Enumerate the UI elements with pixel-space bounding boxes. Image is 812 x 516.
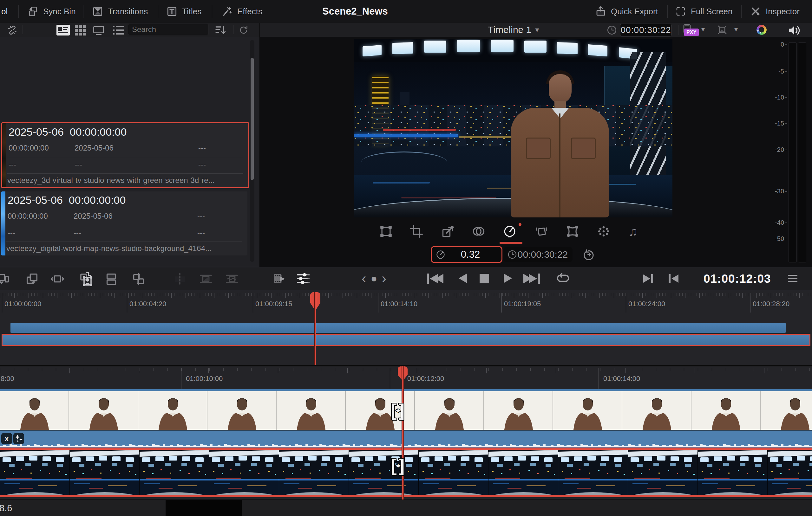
divider xyxy=(158,5,158,18)
scrub-left-icon[interactable]: ‹ xyxy=(361,270,366,286)
stabilize-tool-icon[interactable] xyxy=(534,224,548,238)
stop-button[interactable] xyxy=(480,274,489,283)
smooth-cut-icon[interactable] xyxy=(225,272,239,286)
chevron-down-icon: ▾ xyxy=(535,25,539,34)
reset-retime-icon[interactable] xyxy=(583,248,596,261)
full-screen-label: Full Screen xyxy=(691,7,733,17)
track2-trim-handle[interactable]: [◂▸] xyxy=(391,456,404,474)
studio-screen xyxy=(588,44,607,56)
append-icon[interactable] xyxy=(25,272,39,286)
scrub-dot-icon[interactable]: ● xyxy=(371,270,377,286)
clip-card-2[interactable]: 2025-05-06 00:00:00:00 00:00:00:00 2025-… xyxy=(1,191,248,255)
refresh-icon[interactable] xyxy=(238,25,249,35)
chevron-down-icon[interactable]: ▾ xyxy=(701,25,705,34)
retime-duration-field[interactable]: 00:00:30:22 xyxy=(503,247,573,262)
relink-icon[interactable] xyxy=(6,24,19,36)
overview-playhead-line[interactable] xyxy=(315,292,316,365)
effects-button[interactable]: Effects xyxy=(222,0,262,23)
lens-correction-tool-icon[interactable] xyxy=(566,224,580,238)
clip-mute-badge[interactable]: x xyxy=(1,433,12,444)
audio-tool-icon[interactable]: ♫ xyxy=(628,224,638,238)
ruler-tick xyxy=(181,368,181,389)
composite-tool-icon[interactable] xyxy=(472,224,486,238)
transition-tool-icon[interactable] xyxy=(199,272,213,286)
anchor-pocket xyxy=(571,138,596,159)
sync-bin-button[interactable]: Sync Bin xyxy=(27,0,76,23)
divider xyxy=(233,25,234,34)
sort-icon[interactable] xyxy=(214,25,227,35)
track1-trim-handle[interactable]: [◂▸] xyxy=(391,401,404,419)
transform-tool-icon[interactable] xyxy=(379,224,393,238)
scrub-control[interactable]: ‹ ● › xyxy=(361,270,386,286)
close-up-icon[interactable] xyxy=(78,270,94,287)
list-view-icon[interactable] xyxy=(113,25,124,35)
loop-button[interactable] xyxy=(556,272,570,286)
track2-video-thumbnails[interactable] xyxy=(0,450,812,495)
scrub-right-icon[interactable]: › xyxy=(382,270,386,286)
card-view-icon[interactable] xyxy=(56,25,70,35)
zoom-level-value[interactable]: 8.6 xyxy=(0,503,12,513)
ruler-label: 01:00:28:20 xyxy=(753,300,789,308)
studio-screen xyxy=(393,42,413,54)
next-edit-button[interactable] xyxy=(643,274,653,283)
media-pool-button[interactable]: ol xyxy=(1,0,8,23)
clip-effects-badge[interactable] xyxy=(13,433,24,444)
detail-playhead-line[interactable] xyxy=(402,366,403,499)
duration-clock-icon xyxy=(606,25,617,35)
viewer-tools: ♫ xyxy=(260,222,786,244)
clock-icon xyxy=(507,249,517,260)
tools-toggle-icon[interactable] xyxy=(296,272,311,285)
speed-tool-icon[interactable] xyxy=(503,224,517,238)
timeline-detail[interactable]: 8:00 01:00:10:00 01:00:12:00 01:00:14:00 xyxy=(0,366,812,499)
duration-timecode[interactable]: 00:00:30:22 xyxy=(620,24,671,36)
trim-bracket-right-icon: ] xyxy=(399,401,405,419)
noise-reduction-tool-icon[interactable] xyxy=(597,224,611,238)
fast-forward-button[interactable] xyxy=(523,274,540,284)
clip-title: 2025-05-06 00:00:00:00 xyxy=(8,126,126,138)
transitions-button[interactable]: Transitions xyxy=(92,0,148,23)
split-clips-icon[interactable] xyxy=(173,272,187,286)
clip-title: 2025-05-06 00:00:00:00 xyxy=(8,194,125,206)
neon-strip-red xyxy=(383,129,456,131)
media-list-scrollbar[interactable] xyxy=(250,40,254,262)
full-screen-button[interactable]: Full Screen xyxy=(675,0,733,23)
media-pool-label: ol xyxy=(1,7,8,17)
track1-video-thumbnails[interactable] xyxy=(0,391,812,430)
play-reverse-button[interactable] xyxy=(459,274,467,283)
overview-clip-track2[interactable] xyxy=(10,323,786,333)
prev-edit-button[interactable] xyxy=(669,274,678,283)
inspector-button[interactable]: Inspector xyxy=(750,0,800,23)
ripple-overwrite-icon[interactable] xyxy=(50,272,65,286)
studio-screen xyxy=(457,40,480,52)
strip-view-icon[interactable] xyxy=(93,25,105,36)
crop-tool-icon[interactable] xyxy=(409,224,424,238)
scrollbar-thumb[interactable] xyxy=(251,58,254,180)
smart-insert-icon[interactable] xyxy=(0,272,10,286)
speed-field[interactable]: 0.32 xyxy=(431,246,502,263)
goto-start-button[interactable] xyxy=(427,274,443,284)
place-on-top-icon[interactable] xyxy=(104,272,119,286)
source-tape-icon[interactable] xyxy=(273,272,287,285)
timeline-overview[interactable]: 01:00:00:00 01:00:04:20 01:00:09:15 01:0… xyxy=(0,290,812,365)
playhead-timecode[interactable]: 01:00:12:03 xyxy=(703,272,771,285)
transform-preset-icon[interactable] xyxy=(717,24,728,35)
ruler-tick xyxy=(127,293,127,312)
search-input[interactable] xyxy=(128,24,208,35)
clip-thumbnail-sliver xyxy=(2,123,6,187)
speed-value: 0.32 xyxy=(446,249,495,260)
video-frame[interactable] xyxy=(354,39,672,217)
chevron-down-icon[interactable]: ▾ xyxy=(734,25,738,34)
play-button[interactable] xyxy=(504,274,512,283)
timeline-options-menu[interactable] xyxy=(788,275,798,282)
timeline-selector[interactable]: Timeline 1 ▾ xyxy=(488,23,539,37)
quick-export-button[interactable]: Quick Export xyxy=(595,0,658,23)
titles-button[interactable]: Titles xyxy=(166,0,201,23)
source-overwrite-icon[interactable] xyxy=(131,272,146,286)
grid-view-icon[interactable] xyxy=(75,25,86,35)
dynamic-zoom-tool-icon[interactable] xyxy=(441,224,455,238)
overview-clip-track1-selected[interactable] xyxy=(2,334,810,346)
ruler-tick xyxy=(390,368,390,389)
clip-card-1[interactable]: 2025-05-06 00:00:00:00 00:00:00:00 2025-… xyxy=(1,122,249,188)
quick-export-label: Quick Export xyxy=(611,7,658,17)
speaker-icon[interactable] xyxy=(787,24,801,37)
